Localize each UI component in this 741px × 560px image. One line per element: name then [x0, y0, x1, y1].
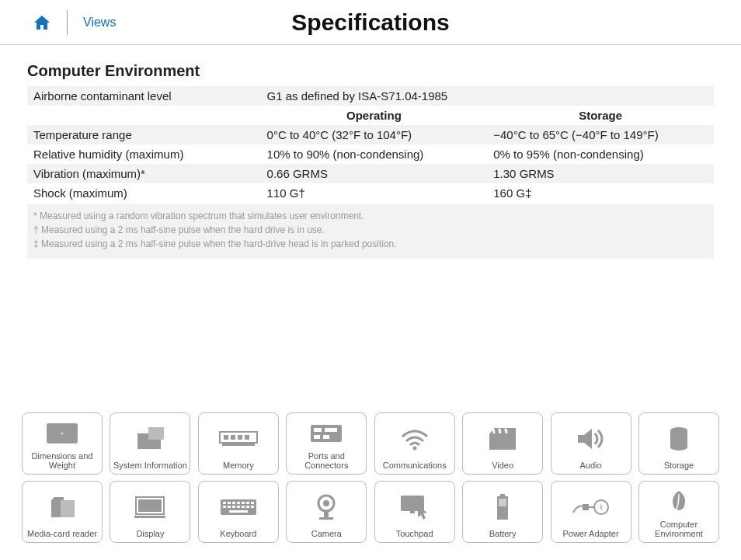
svg-rect-3 [148, 427, 164, 440]
nav-label: Power Adapter [562, 529, 618, 539]
svg-rect-9 [222, 443, 255, 446]
wifi-icon [399, 416, 430, 461]
svg-rect-32 [232, 502, 235, 504]
row-value: 0.66 GRMS [261, 164, 488, 183]
nav-memory[interactable]: Memory [198, 412, 279, 475]
nav-label: Touchpad [396, 529, 433, 539]
svg-rect-43 [251, 506, 254, 508]
svg-rect-28 [134, 516, 165, 518]
nav-keyboard[interactable]: Keyboard [198, 481, 279, 543]
nav-label: Storage [664, 461, 694, 471]
camera-icon [315, 485, 338, 529]
svg-rect-36 [251, 502, 254, 504]
spec-table: Airborne contaminant level G1 as defined… [27, 86, 714, 203]
nav-ports[interactable]: Ports and Connectors [286, 412, 367, 475]
views-link[interactable]: Views [83, 16, 116, 30]
nav-label: Dimensions and Weight [24, 451, 100, 471]
svg-rect-16 [489, 434, 516, 450]
svg-rect-51 [500, 494, 505, 496]
nav-label: System Information [113, 461, 187, 471]
row-value: 1.30 GRMS [487, 164, 714, 183]
nav-audio[interactable]: Audio [551, 412, 631, 475]
svg-rect-40 [237, 506, 240, 508]
page-title: Specifications [291, 9, 449, 36]
video-icon [488, 416, 517, 461]
svg-rect-10 [311, 425, 342, 442]
nav-display[interactable]: Display [110, 481, 190, 543]
svg-rect-14 [323, 435, 329, 439]
row-value: 110 G† [261, 183, 488, 203]
col-storage: Storage [487, 106, 714, 125]
row-label: Shock (maximum) [27, 183, 261, 203]
svg-rect-50 [410, 511, 415, 513]
top-bar: Views Specifications [0, 0, 741, 45]
nav-storage[interactable]: Storage [638, 412, 719, 475]
notes: * Measured using a random vibration spec… [27, 204, 714, 259]
nav-label: Computer Environment [641, 520, 717, 539]
media-card-icon [48, 485, 76, 529]
svg-rect-11 [314, 428, 322, 432]
row-value: G1 as defined by ISA-S71.04-1985 [261, 86, 714, 106]
row-label: Relative humidity (maximum) [27, 144, 261, 164]
svg-rect-8 [245, 435, 249, 440]
nav-battery[interactable]: Battery [462, 481, 543, 543]
svg-rect-13 [314, 435, 320, 439]
svg-point-15 [412, 446, 416, 450]
row-value: 10% to 90% (non-condensing) [261, 144, 488, 164]
svg-point-1 [61, 433, 64, 435]
nav-system-info[interactable]: System Information [110, 412, 190, 475]
nav-row: Media-card reader Display Keyboard Camer… [22, 481, 719, 543]
storage-icon [669, 416, 689, 461]
svg-point-46 [323, 500, 329, 506]
nav-dimensions[interactable]: Dimensions and Weight [22, 412, 103, 475]
ports-icon [309, 416, 343, 451]
bottom-nav: Dimensions and Weight System Information… [0, 412, 741, 549]
divider [67, 10, 68, 35]
row-label: Vibration (maximum)* [27, 164, 261, 183]
svg-rect-44 [229, 510, 248, 513]
svg-rect-34 [242, 502, 245, 504]
svg-rect-33 [237, 502, 240, 504]
svg-rect-25 [61, 500, 75, 517]
svg-rect-38 [228, 506, 231, 508]
row-value: 0% to 95% (non-condensing) [487, 144, 714, 164]
nav-touchpad[interactable]: Touchpad [374, 481, 455, 543]
nav-camera[interactable]: Camera [286, 481, 367, 543]
row-value: 0°C to 40°C (32°F to 104°F) [261, 125, 488, 144]
memory-icon [219, 416, 258, 461]
keyboard-icon [220, 485, 257, 529]
svg-rect-39 [232, 506, 235, 508]
touchpad-icon [399, 485, 430, 529]
svg-rect-7 [238, 435, 242, 440]
svg-rect-47 [324, 511, 329, 517]
nav-label: Memory [223, 461, 254, 471]
svg-rect-42 [246, 506, 249, 508]
system-info-icon [133, 416, 167, 461]
nav-label: Keyboard [220, 529, 256, 539]
battery-icon [496, 485, 510, 529]
row-value: 160 G‡ [487, 183, 714, 203]
note-line: ‡ Measured using a 2 ms half-sine pulse … [33, 237, 708, 251]
svg-marker-55 [600, 503, 603, 511]
svg-rect-27 [138, 499, 162, 512]
content: Computer Environment Airborne contaminan… [0, 45, 741, 259]
dimensions-icon [45, 416, 79, 451]
col-operating: Operating [261, 106, 488, 125]
row-value: −40°C to 65°C (−40°F to 149°F) [487, 125, 714, 144]
nav-label: Camera [311, 529, 342, 539]
svg-rect-6 [231, 435, 235, 440]
svg-rect-53 [499, 499, 506, 506]
svg-rect-5 [224, 435, 228, 440]
home-icon[interactable] [33, 14, 51, 31]
svg-rect-41 [242, 506, 245, 508]
nav-media-card[interactable]: Media-card reader [22, 481, 103, 543]
nav-video[interactable]: Video [462, 412, 543, 475]
svg-rect-48 [319, 517, 333, 520]
nav-label: Audio [579, 461, 601, 471]
nav-power-adapter[interactable]: Power Adapter [551, 481, 631, 543]
section-title: Computer Environment [27, 62, 714, 80]
nav-label: Ports and Connectors [288, 451, 364, 471]
nav-computer-environment[interactable]: Computer Environment [638, 481, 719, 543]
nav-communications[interactable]: Communications [374, 412, 455, 475]
nav-label: Battery [489, 529, 517, 539]
